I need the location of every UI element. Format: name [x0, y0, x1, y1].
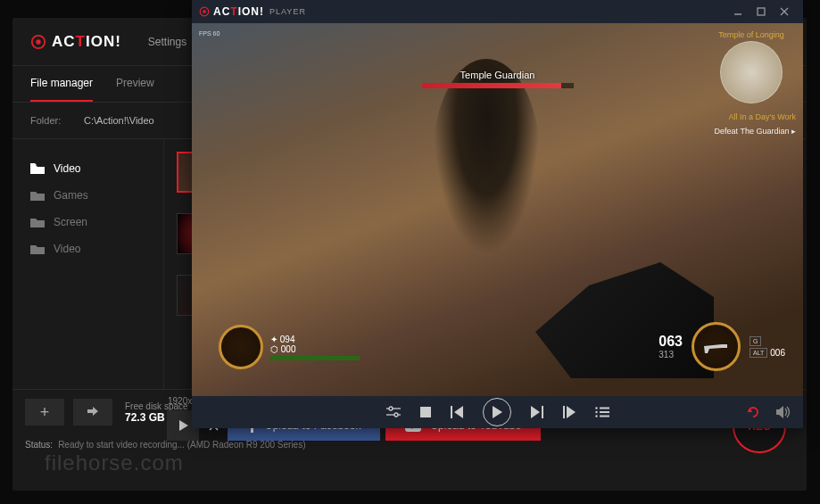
minimize-button[interactable]	[726, 4, 750, 20]
prev-icon	[451, 406, 463, 418]
export-icon	[86, 406, 100, 418]
stop-icon	[420, 407, 431, 417]
settings-sliders-button[interactable]	[386, 406, 401, 418]
player-titlebar[interactable]: ACTION! PLAYER	[192, 0, 803, 23]
player-subtitle: PLAYER	[269, 7, 306, 16]
sidebar-item-label: Video	[54, 162, 80, 175]
logo-icon	[199, 6, 210, 17]
hp-bar	[270, 356, 360, 360]
hud-health: ✦ 094 ⬡ 000	[219, 325, 360, 369]
svg-point-14	[595, 411, 597, 413]
sidebar: Video Games Screen Video	[12, 139, 164, 389]
svg-rect-6	[758, 8, 765, 15]
hp-ring	[219, 325, 263, 369]
svg-point-1	[36, 39, 40, 44]
maximize-icon	[757, 7, 766, 16]
tab-settings[interactable]: Settings	[148, 20, 186, 64]
folder-icon	[30, 244, 45, 254]
player-logo-text: ACTION!	[213, 5, 264, 18]
status-label: Status:	[25, 440, 53, 450]
svg-point-12	[595, 407, 597, 409]
play-icon	[178, 420, 188, 431]
gun-icon	[702, 339, 729, 355]
subtab-preview[interactable]: Preview	[116, 66, 154, 102]
key-alt: ALT	[750, 348, 767, 358]
folder-label: Folder:	[30, 115, 84, 126]
svg-point-9	[389, 407, 393, 410]
boss-hp-bar	[422, 83, 574, 88]
svg-point-4	[203, 10, 206, 13]
svg-rect-15	[600, 411, 609, 413]
step-forward-button[interactable]	[563, 406, 576, 418]
next-button[interactable]	[531, 406, 543, 418]
add-button[interactable]: +	[25, 399, 64, 426]
hud-fps: FPS 60	[199, 30, 219, 37]
sliders-icon	[386, 406, 401, 418]
hp-value: ✦ 094	[270, 335, 360, 344]
weapon-ring	[692, 322, 741, 371]
ammo-main: 063	[658, 334, 683, 350]
player-title: ACTION! PLAYER	[199, 5, 306, 18]
sidebar-item-games[interactable]: Games	[30, 182, 145, 209]
folder-icon	[30, 163, 45, 174]
hud-boss: Temple Guardian	[422, 70, 574, 91]
objective-task: Defeat The Guardian ▸	[715, 127, 796, 136]
list-icon	[595, 407, 609, 417]
svg-rect-11	[420, 407, 431, 417]
prev-button[interactable]	[451, 406, 463, 418]
player-controls	[192, 396, 803, 428]
ammo-reserve: 313	[658, 350, 683, 359]
play-icon	[492, 406, 502, 418]
loop-button[interactable]	[746, 405, 760, 419]
next-icon	[531, 406, 543, 418]
objective-title: All In a Day's Work	[715, 112, 796, 121]
volume-icon	[776, 406, 791, 418]
step-icon	[563, 406, 576, 418]
hud-ammo: 063 313 G ALT006	[658, 322, 785, 371]
player-window: ACTION! PLAYER FPS 60 Temple Guardian Te…	[192, 0, 803, 428]
side-ammo: 006	[770, 348, 785, 358]
logo-text: ACTION!	[52, 33, 121, 51]
close-icon	[780, 7, 789, 16]
app-logo: ACTION!	[30, 33, 121, 51]
svg-point-10	[394, 413, 398, 417]
key-g: G	[750, 336, 761, 346]
sidebar-item-label: Screen	[54, 216, 87, 228]
video-area[interactable]: FPS 60 Temple Guardian Temple of Longing…	[192, 23, 803, 396]
minimize-icon	[733, 7, 742, 16]
sidebar-item-screen[interactable]: Screen	[30, 209, 145, 235]
svg-point-16	[595, 415, 597, 417]
maximize-button[interactable]	[750, 4, 773, 20]
close-button[interactable]	[773, 4, 796, 20]
play-button[interactable]	[483, 398, 511, 426]
svg-rect-17	[600, 416, 609, 417]
export-button[interactable]	[73, 399, 112, 426]
sidebar-item-label: Games	[54, 189, 88, 202]
shield-value: ⬡ 000	[270, 344, 360, 354]
window-controls	[726, 4, 796, 20]
key-hints: G ALT006	[750, 336, 785, 358]
playlist-button[interactable]	[595, 407, 609, 417]
stop-button[interactable]	[420, 407, 431, 417]
minimap: Temple of Longing	[707, 30, 796, 103]
loop-icon	[746, 405, 760, 419]
sidebar-item-video-2[interactable]: Video	[30, 235, 145, 262]
folder-icon	[30, 217, 45, 227]
sidebar-item-video[interactable]: Video	[30, 155, 145, 182]
volume-button[interactable]	[776, 406, 791, 418]
status-text: Ready to start video recording... (AMD R…	[58, 440, 305, 450]
minimap-circle	[720, 41, 783, 103]
region-name: Temple of Longing	[707, 30, 796, 39]
sidebar-item-label: Video	[54, 243, 80, 255]
svg-rect-13	[600, 408, 609, 409]
folder-icon	[30, 190, 45, 201]
logo-icon	[30, 34, 46, 50]
boss-name: Temple Guardian	[422, 70, 574, 80]
subtab-file-manager[interactable]: File manager	[30, 66, 93, 102]
objectives: All In a Day's Work Defeat The Guardian …	[715, 112, 796, 136]
folder-path[interactable]: C:\Action!\Video	[84, 115, 154, 126]
